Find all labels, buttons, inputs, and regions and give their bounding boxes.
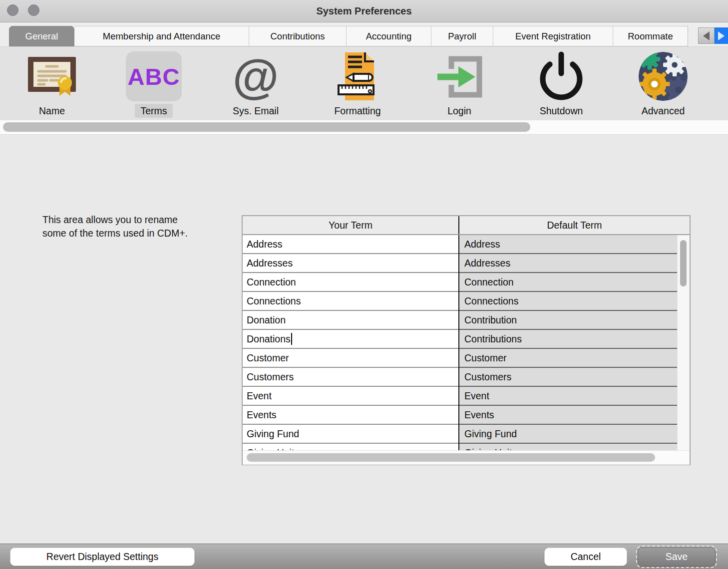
table-row: CustomerCustomer: [243, 349, 678, 368]
your-term-cell[interactable]: Giving Fund: [243, 425, 458, 444]
document-ruler-icon: [330, 51, 385, 101]
terms-table: Your Term Default Term AddressAddressAdd…: [242, 215, 691, 465]
table-header: Your Term Default Term: [243, 216, 690, 235]
default-term-cell: Customer: [459, 349, 678, 368]
toolbar-item-label: Login: [442, 104, 477, 118]
toolbar-item-label: Advanced: [636, 104, 691, 118]
default-term-cell: Address: [459, 235, 678, 254]
your-term-cell[interactable]: Addresses: [243, 254, 458, 273]
tab-bar: GeneralMembership and AttendanceContribu…: [0, 22, 728, 47]
login-arrow-icon: [431, 51, 487, 101]
your-term-cell[interactable]: Events: [243, 406, 458, 425]
table-row: Giving UnitGiving Unit: [243, 444, 678, 450]
tab-contributions[interactable]: Contributions: [249, 26, 347, 46]
tab-scroll-right-button[interactable]: [715, 27, 728, 44]
table-row: CustomersCustomers: [243, 368, 678, 387]
your-term-cell[interactable]: Donations: [243, 330, 458, 349]
default-term-cell: Connections: [459, 292, 678, 311]
title-bar: System Preferences: [0, 0, 728, 22]
toolbar-item-terms[interactable]: ABCTerms: [111, 47, 196, 120]
tab-payroll[interactable]: Payroll: [431, 26, 493, 46]
toolbar-item-label: Sys. Email: [227, 104, 284, 118]
column-header-your-term: Your Term: [243, 216, 458, 234]
system-preferences-window: System Preferences GeneralMembership and…: [0, 0, 728, 569]
left-triangle-icon: [703, 31, 710, 40]
tab-scroll-left-button[interactable]: [698, 27, 715, 44]
close-button[interactable]: [7, 4, 18, 16]
table-row: EventEvent: [243, 387, 678, 406]
table-row: AddressesAddresses: [243, 254, 678, 273]
toolbar-item-shutdown[interactable]: Shutdown: [519, 47, 604, 120]
table-vertical-scrollbar[interactable]: [677, 235, 690, 450]
default-term-cell: Addresses: [459, 254, 678, 273]
table-row: Giving FundGiving Fund: [243, 425, 678, 444]
toolbar-item-label: Name: [33, 104, 70, 118]
toolbar-item-name[interactable]: Name: [9, 47, 94, 120]
tab-scroll-buttons: [698, 27, 728, 44]
default-term-cell: Events: [459, 406, 678, 425]
certificate-icon: [24, 51, 80, 101]
minimize-button[interactable]: [28, 4, 39, 16]
gears-icon: [635, 51, 691, 101]
window-controls: [7, 4, 39, 16]
tab-roommate[interactable]: Roommate: [613, 26, 688, 46]
text-cursor: [291, 333, 292, 345]
default-term-cell: Giving Unit: [459, 444, 678, 450]
your-term-cell[interactable]: Customer: [243, 349, 458, 368]
your-term-cell[interactable]: Connections: [243, 292, 458, 311]
window-title: System Preferences: [0, 0, 728, 22]
default-term-cell: Event: [459, 387, 678, 406]
table-row: DonationsContributions: [243, 330, 678, 349]
general-pane: This area allows you to rename some of t…: [0, 135, 728, 545]
default-term-cell: Contribution: [459, 311, 678, 330]
table-body: AddressAddressAddressesAddressesConnecti…: [243, 235, 690, 450]
toolbar-item-login[interactable]: Login: [417, 47, 502, 120]
tab-accounting[interactable]: Accounting: [347, 26, 431, 46]
table-vertical-scrollbar-thumb[interactable]: [680, 240, 687, 286]
table-row: EventsEvents: [243, 406, 678, 425]
toolbar-item-label: Shutdown: [534, 104, 589, 118]
table-horizontal-scrollbar[interactable]: [243, 450, 690, 465]
default-term-cell: Giving Fund: [459, 425, 678, 444]
table-row: AddressAddress: [243, 235, 678, 254]
tab-general[interactable]: General: [9, 26, 74, 46]
toolbar-scrollbar-thumb[interactable]: [3, 122, 530, 132]
your-term-cell[interactable]: Event: [243, 387, 458, 406]
your-term-cell[interactable]: Address: [243, 235, 458, 254]
toolbar-item-sys-email[interactable]: @Sys. Email: [213, 47, 298, 120]
default-term-cell: Connection: [459, 273, 678, 292]
save-button[interactable]: Save: [638, 547, 716, 567]
your-term-cell[interactable]: Connection: [243, 273, 458, 292]
toolbar-item-formatting[interactable]: Formatting: [315, 47, 400, 120]
default-term-cell: Contributions: [459, 330, 678, 349]
toolbar-item-label: Formatting: [329, 104, 386, 118]
table-horizontal-scrollbar-thumb[interactable]: [247, 453, 655, 462]
footer-bar: Revert Displayed Settings Cancel Save: [0, 544, 728, 569]
tab-event-registration[interactable]: Event Registration: [493, 26, 613, 46]
tab-membership-and-attendance[interactable]: Membership and Attendance: [74, 26, 249, 46]
table-row: DonationContribution: [243, 311, 678, 330]
column-header-default-term: Default Term: [459, 216, 690, 234]
at-icon: @: [228, 51, 284, 101]
your-term-cell[interactable]: Giving Unit: [243, 444, 458, 450]
toolbar-item-label: Terms: [135, 104, 172, 118]
your-term-cell[interactable]: Donation: [243, 311, 458, 330]
your-term-cell[interactable]: Customers: [243, 368, 458, 387]
default-term-cell: Customers: [459, 368, 678, 387]
table-row: ConnectionConnection: [243, 273, 678, 292]
abc-icon: ABC: [126, 51, 182, 101]
toolbar-item-advanced[interactable]: Advanced: [621, 47, 706, 120]
table-row: ConnectionsConnections: [243, 292, 678, 311]
toolbar-scrollbar[interactable]: [0, 120, 728, 135]
right-triangle-icon: [718, 31, 725, 40]
description-text: This area allows you to rename some of t…: [42, 213, 188, 240]
cancel-button[interactable]: Cancel: [544, 548, 627, 566]
power-icon: [533, 51, 589, 101]
revert-displayed-settings-button[interactable]: Revert Displayed Settings: [10, 548, 195, 566]
icon-toolbar: NameABCTerms@Sys. Email Formatting Login…: [0, 47, 728, 120]
